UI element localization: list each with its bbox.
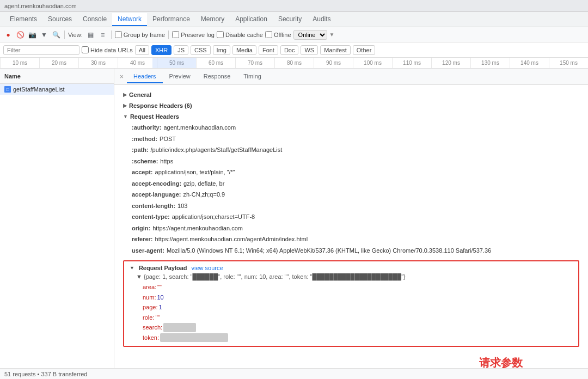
filter-img-btn[interactable]: Img <box>213 45 230 55</box>
view-list-button[interactable]: ≡ <box>98 30 108 40</box>
status-bar: 51 requests • 337 B transferred <box>0 368 588 379</box>
filter-toolbar: Hide data URLs All XHR JS CSS Img Media … <box>0 42 588 58</box>
throttle-dropdown-arrow[interactable]: ▼ <box>329 32 335 38</box>
header-row: content-type: application/json;charset=U… <box>132 211 579 223</box>
request-payload-section: ▼ Request Payload view source ▼ {page: 1… <box>123 260 579 347</box>
filter-all-btn[interactable]: All <box>135 45 149 55</box>
general-arrow-icon: ▶ <box>123 92 127 97</box>
tick-12: 120 ms <box>431 58 470 69</box>
record-button[interactable]: ● <box>3 30 13 40</box>
tab-console[interactable]: Console <box>77 13 112 26</box>
detail-panel: × Headers Preview Response Timing ▶ Gene… <box>114 69 588 379</box>
offline-checkbox[interactable]: Offline <box>265 31 291 38</box>
filter-doc-btn[interactable]: Doc <box>280 45 299 55</box>
filter-manifest-btn[interactable]: Manifest <box>320 45 351 55</box>
response-headers-section-label: Response Headers (6) <box>129 102 192 109</box>
view-grid-button[interactable]: ▦ <box>86 30 96 40</box>
tick-9: 90 ms <box>314 58 353 69</box>
throttle-select[interactable]: Online <box>293 30 327 40</box>
timeline-bar: 10 ms 20 ms 30 ms 40 ms 50 ms 60 ms 70 m… <box>0 58 588 69</box>
search-value-blurred: ██████ <box>163 323 196 332</box>
separator-1 <box>64 30 65 39</box>
request-payload-header[interactable]: ▼ Request Payload view source <box>130 265 573 271</box>
payload-arrow-icon: ▼ <box>130 265 134 271</box>
main-area: Name □ getStaffManageList × Headers Prev… <box>0 69 588 379</box>
request-item-name: getStaffManageList <box>13 86 65 93</box>
general-section-label: General <box>129 91 151 98</box>
header-row: referer: https://agent.menkouhaodian.com… <box>132 234 579 245</box>
tab-performance[interactable]: Performance <box>147 13 195 26</box>
tick-3: 30 ms <box>78 58 118 69</box>
preserve-log-checkbox[interactable]: Preserve log <box>172 31 215 38</box>
detail-close-button[interactable]: × <box>117 71 127 83</box>
detail-content: ▶ General ▶ Response Headers (6) ▼ Reque… <box>114 85 588 356</box>
tab-security[interactable]: Security <box>273 13 307 26</box>
request-list-header: Name <box>0 69 114 84</box>
header-row: accept-encoding: gzip, deflate, br <box>132 178 579 190</box>
general-section-header[interactable]: ▶ General <box>123 89 579 100</box>
response-headers-arrow-icon: ▶ <box>123 103 127 108</box>
header-row: :scheme: https <box>132 156 579 167</box>
request-headers-section-label: Request Headers <box>130 113 179 120</box>
response-headers-section-header[interactable]: ▶ Response Headers (6) <box>123 100 579 111</box>
tick-14: 140 ms <box>510 58 549 69</box>
tick-4: 40 ms <box>118 58 157 69</box>
camera-button[interactable]: 📷 <box>27 30 37 40</box>
filter-xhr-btn[interactable]: XHR <box>151 45 171 55</box>
tab-application[interactable]: Application <box>230 13 273 26</box>
header-row: :authority: agent.menkouhaodian.com <box>132 122 579 133</box>
status-text: 51 requests • 337 B transferred <box>4 371 87 377</box>
network-toolbar: ● 🚫 📷 ▼ 🔍 View: ▦ ≡ Group by frame Prese… <box>0 27 588 42</box>
token-value-blurred: ████████████████ <box>160 333 228 343</box>
filter-ws-btn[interactable]: WS <box>301 45 318 55</box>
request-headers-body: :authority: agent.menkouhaodian.com :met… <box>123 122 579 256</box>
detail-tab-headers[interactable]: Headers <box>127 70 163 83</box>
group-by-frame-checkbox[interactable]: Group by frame <box>115 31 165 38</box>
detail-tab-timing[interactable]: Timing <box>237 70 268 83</box>
filter-font-btn[interactable]: Font <box>259 45 278 55</box>
tab-elements[interactable]: Elements <box>4 13 42 26</box>
request-headers-section-header[interactable]: ▼ Request Headers <box>123 111 579 122</box>
request-item-icon: □ <box>4 86 11 93</box>
window-title: agent.menkouhaodian.com <box>4 3 77 9</box>
request-list: Name □ getStaffManageList <box>0 69 114 379</box>
filter-js-btn[interactable]: JS <box>174 45 188 55</box>
disable-cache-checkbox[interactable]: Disable cache <box>217 31 263 38</box>
payload-tree-row: role: "" <box>143 313 573 323</box>
view-source-link[interactable]: view source <box>192 265 223 271</box>
filter-css-btn[interactable]: CSS <box>191 45 211 55</box>
search-button[interactable]: 🔍 <box>51 30 61 40</box>
tick-13: 130 ms <box>470 58 510 69</box>
detail-tab-preview[interactable]: Preview <box>163 70 197 83</box>
header-row: accept-language: zh-CN,zh;q=0.9 <box>132 189 579 200</box>
header-row: :method: POST <box>132 133 579 145</box>
tab-network[interactable]: Network <box>112 13 147 26</box>
tick-8: 80 ms <box>274 58 314 69</box>
tick-7: 70 ms <box>235 58 274 69</box>
header-row: content-length: 103 <box>132 200 579 212</box>
filter-media-btn[interactable]: Media <box>232 45 256 55</box>
request-headers-arrow-icon: ▼ <box>123 114 128 119</box>
tick-11: 110 ms <box>392 58 431 69</box>
filter-icon-button[interactable]: ▼ <box>39 30 49 40</box>
tick-10: 100 ms <box>353 58 392 69</box>
tick-2: 20 ms <box>39 58 78 69</box>
window-title-bar: agent.menkouhaodian.com <box>0 0 588 12</box>
payload-tree-row: token: ████████████████ <box>143 333 573 343</box>
tick-15: 150 ms <box>549 58 588 69</box>
hide-data-urls-checkbox[interactable]: Hide data URLs <box>82 46 133 53</box>
detail-tab-bar: × Headers Preview Response Timing <box>114 69 588 85</box>
filter-other-btn[interactable]: Other <box>353 45 376 55</box>
tab-memory[interactable]: Memory <box>195 13 230 26</box>
filter-input[interactable] <box>3 45 79 55</box>
header-row: origin: https://agent.menkouhaodian.com <box>132 223 579 234</box>
tab-sources[interactable]: Sources <box>42 13 77 26</box>
clear-button[interactable]: 🚫 <box>15 30 25 40</box>
devtools-tab-bar: Elements Sources Console Network Perform… <box>0 12 588 27</box>
request-item[interactable]: □ getStaffManageList <box>0 84 114 95</box>
detail-tab-response[interactable]: Response <box>197 70 237 83</box>
payload-tree-row: area: "" <box>143 282 573 292</box>
payload-tree-row: page: 1 <box>143 302 573 313</box>
tab-audits[interactable]: Audits <box>307 13 336 26</box>
payload-tree-row: search: ██████ <box>143 322 573 333</box>
